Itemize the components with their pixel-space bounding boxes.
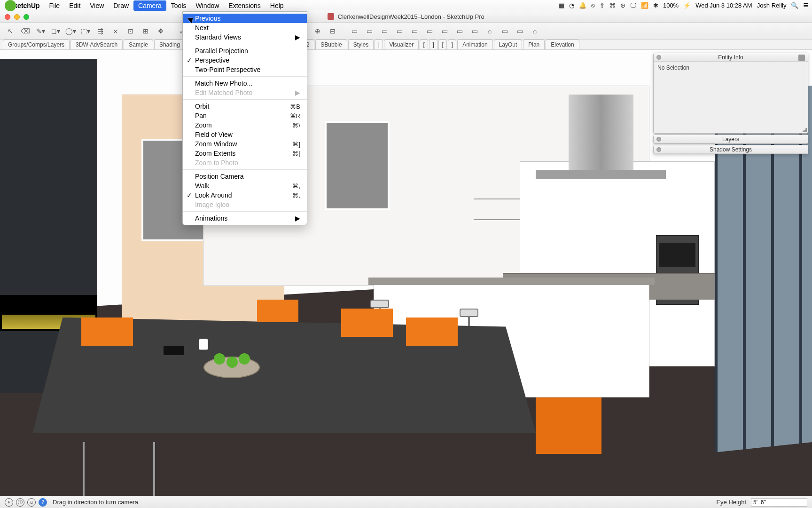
shadow-settings-panel[interactable]: Shadow Settings <box>653 145 808 154</box>
toolbar-tool-6[interactable]: ⇶ <box>94 25 107 37</box>
menu-item[interactable]: ✓Perspective <box>183 56 307 65</box>
menu-item[interactable]: Parallel Projection <box>183 46 307 56</box>
panel-header[interactable]: Shadow Settings <box>654 145 808 154</box>
menu-item[interactable]: Field of View <box>183 130 307 139</box>
menu-item[interactable]: Position Camera <box>183 172 307 181</box>
menu-item[interactable]: Zoom Window⌘] <box>183 139 307 149</box>
menubar-extra-icon[interactable]: ◔ <box>569 2 574 9</box>
measurement-input[interactable] <box>751 498 807 507</box>
menu-item[interactable]: Match New Photo... <box>183 79 307 88</box>
layers-panel[interactable]: Layers <box>653 135 808 144</box>
menubar-extra-icon[interactable]: 🔔 <box>579 2 586 9</box>
toolbar-tool-2[interactable]: ✎▾ <box>34 25 47 37</box>
scene-tab[interactable]: [ <box>438 40 447 49</box>
scene-tab[interactable]: Visualizer <box>384 40 419 49</box>
scene-tab[interactable]: Groups/Comps/Layers <box>3 40 70 49</box>
toolbar-tool-33[interactable]: ▭ <box>513 25 526 37</box>
toolbar-tool-20[interactable]: ⊕ <box>311 25 324 37</box>
toolbar-tool-3[interactable]: ◻▾ <box>49 25 62 37</box>
toolbar-tool-21[interactable]: ⊟ <box>326 25 339 37</box>
menu-item[interactable]: Animations▶ <box>183 214 307 223</box>
scene-tab[interactable]: SBubble <box>315 40 347 49</box>
menu-item[interactable]: Zoom Extents⌘[ <box>183 149 307 158</box>
panel-header[interactable]: Entity Info <box>654 53 808 62</box>
toolbar-tool-24[interactable]: ▭ <box>378 25 391 37</box>
toolbar-tool-34[interactable]: ⌂ <box>528 25 541 37</box>
menu-item[interactable]: ✓Look Around⌘. <box>183 190 307 200</box>
toolbar-tool-23[interactable]: ▭ <box>363 25 376 37</box>
person-icon[interactable]: ☺ <box>27 498 36 507</box>
menu-window[interactable]: Window <box>191 0 224 11</box>
toolbar-tool-7[interactable]: ⨯ <box>109 25 122 37</box>
toolbar-tool-9[interactable]: ⊞ <box>139 25 152 37</box>
panel-grip-icon[interactable] <box>656 55 661 60</box>
toolbar-tool-10[interactable]: ✥ <box>154 25 167 37</box>
geolocation-icon[interactable]: ⌖ <box>5 498 13 507</box>
panel-grip-icon[interactable] <box>656 137 661 142</box>
menu-draw[interactable]: Draw <box>109 0 133 11</box>
menu-item[interactable]: Next <box>183 23 307 32</box>
menu-tools[interactable]: Tools <box>166 0 191 11</box>
toolbar-tool-1[interactable]: ⌫ <box>19 25 32 37</box>
menubar-extra-icon[interactable]: ▦ <box>559 2 564 9</box>
close-window-button[interactable] <box>5 14 10 20</box>
toolbar-tool-31[interactable]: ⌂ <box>483 25 496 37</box>
entity-info-panel[interactable]: Entity Info No Selection <box>653 53 808 134</box>
scene-tab[interactable]: ] <box>448 40 456 49</box>
scene-tab[interactable]: [ <box>420 40 428 49</box>
toolbar-tool-22[interactable]: ▭ <box>348 25 361 37</box>
menu-view[interactable]: View <box>85 0 109 11</box>
toolbar-tool-30[interactable]: ▭ <box>468 25 481 37</box>
zoom-window-button[interactable] <box>23 14 29 20</box>
toolbar-tool-5[interactable]: ⬚▾ <box>79 25 92 37</box>
menu-extensions[interactable]: Extensions <box>224 0 265 11</box>
toolbar-tool-26[interactable]: ▭ <box>408 25 421 37</box>
menu-item[interactable]: Previous <box>183 14 307 23</box>
scene-tab[interactable]: Plan <box>523 40 545 49</box>
wifi-icon[interactable]: 📶 <box>641 2 648 9</box>
scene-tab[interactable]: Sample <box>124 40 153 49</box>
menubar-extra-icon[interactable]: ⌘ <box>609 2 616 9</box>
scene-tab[interactable]: ] <box>429 40 437 49</box>
scene-tab[interactable]: LayOut <box>494 40 523 49</box>
menu-help[interactable]: Help <box>265 0 289 11</box>
menubar-extra-icon[interactable]: ⎋ <box>591 2 595 9</box>
menubar-clock[interactable]: Wed Jun 3 10:28 AM <box>695 2 752 9</box>
menu-item[interactable]: Two-Point Perspective <box>183 65 307 74</box>
panel-resize-handle[interactable] <box>802 127 807 132</box>
battery-icon[interactable]: ⚡ <box>683 2 691 9</box>
toolbar-tool-0[interactable]: ↖ <box>4 25 17 37</box>
toolbar-tool-4[interactable]: ◯▾ <box>64 25 77 37</box>
toolbar-tool-8[interactable]: ⊡ <box>124 25 137 37</box>
toolbar-tool-28[interactable]: ▭ <box>438 25 451 37</box>
toolbar-tool-25[interactable]: ▭ <box>393 25 406 37</box>
menubar-extra-icon[interactable]: ⇪ <box>600 2 605 9</box>
apple-menu[interactable] <box>5 0 16 11</box>
spotlight-icon[interactable] <box>791 2 798 9</box>
scene-tab[interactable]: 3DW-AdvSearch <box>70 40 123 49</box>
toolbar-tool-29[interactable]: ▭ <box>453 25 466 37</box>
menu-item[interactable]: Standard Views▶ <box>183 32 307 42</box>
menu-item[interactable]: Orbit⌘B <box>183 102 307 111</box>
menu-camera[interactable]: Camera <box>133 0 166 11</box>
notification-center-icon[interactable] <box>803 0 808 10</box>
panel-header[interactable]: Layers <box>654 135 808 143</box>
scene-tab[interactable]: | <box>375 40 383 49</box>
menubar-extra-icon[interactable]: 🖵 <box>630 2 636 9</box>
bluetooth-icon[interactable]: ✱ <box>653 2 658 9</box>
menu-file[interactable]: File <box>45 0 65 11</box>
menubar-user[interactable]: Josh Reilly <box>757 2 787 9</box>
minimize-window-button[interactable] <box>14 14 20 20</box>
toolbar-tool-32[interactable]: ▭ <box>498 25 511 37</box>
scene-tab[interactable]: Shading <box>154 40 185 49</box>
scene-tab[interactable]: Elevation <box>546 40 579 49</box>
menu-item[interactable]: Zoom⌘\ <box>183 120 307 130</box>
scene-tab[interactable]: Animation <box>457 40 492 49</box>
panel-expand-toggle[interactable] <box>798 55 805 61</box>
menu-item[interactable]: Walk⌘, <box>183 181 307 190</box>
help-icon[interactable]: ? <box>39 498 47 507</box>
scene-tab[interactable]: Styles <box>348 40 374 49</box>
credits-icon[interactable]: ⓘ <box>16 498 24 507</box>
menu-item[interactable]: Pan⌘R <box>183 111 307 120</box>
menu-edit[interactable]: Edit <box>64 0 85 11</box>
